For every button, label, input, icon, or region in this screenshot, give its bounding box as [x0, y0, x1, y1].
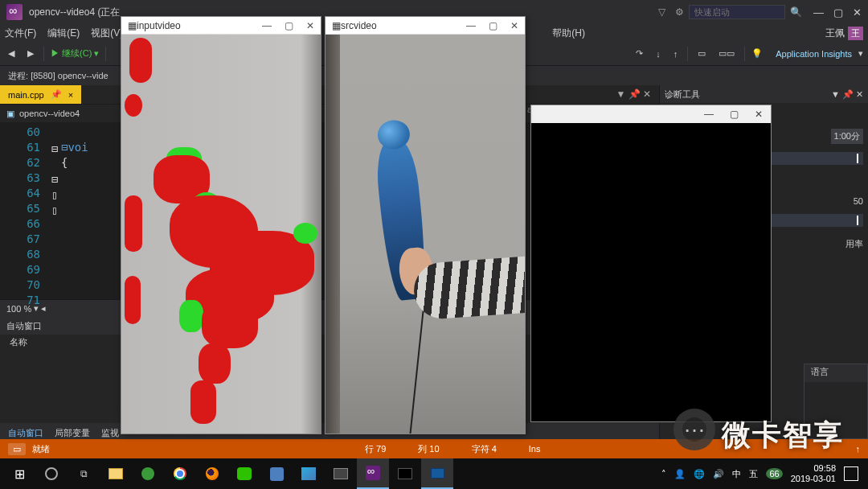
dropdown-icon[interactable]: ▾ [858, 48, 863, 59]
breakpoint-margin[interactable]: ⊟⊟▯▯ [48, 122, 61, 299]
crumb-text: opencv--video4 [19, 109, 80, 118]
pin-icon[interactable]: 📌 [51, 89, 62, 100]
wechat-app[interactable] [228, 458, 260, 489]
inputvideo-window[interactable]: ▦ inputvideo — ▢ ✕ [121, 16, 321, 434]
firefox-app[interactable] [196, 458, 228, 489]
code-area[interactable]: ⊟voi{ [61, 122, 88, 299]
maximize-button[interactable]: ▢ [489, 20, 497, 31]
launch-icon[interactable]: ⚙ [675, 6, 684, 18]
terminal-app[interactable] [325, 458, 357, 489]
lang-title: 语言 [805, 364, 867, 382]
maximize-button[interactable]: ▢ [730, 109, 739, 120]
system-tray: ˄ 👤 🌐 🔊 中 五 66 09:582019-03-01 [661, 463, 865, 484]
explorer-app[interactable] [100, 458, 132, 489]
status-ready: 就绪 [32, 443, 50, 455]
minimize-button[interactable]: — [466, 20, 476, 31]
process-label: 进程: [8, 70, 28, 82]
maximize-button[interactable]: ▢ [285, 20, 293, 31]
chrome-app[interactable] [164, 458, 196, 489]
vs-app[interactable] [357, 458, 389, 489]
col-name[interactable]: 名称 [10, 337, 27, 347]
lightbulb-icon[interactable]: 💡 [751, 48, 763, 59]
clock[interactable]: 09:582019-03-01 [791, 463, 836, 484]
menu-edit[interactable]: 编辑(E) [47, 27, 80, 40]
inputvideo-canvas [121, 35, 321, 434]
step-over-icon[interactable]: ↷ [633, 47, 646, 60]
window-title: inputvideo [137, 20, 181, 31]
user-name[interactable]: 王佩 [825, 27, 845, 40]
close-button[interactable]: ✕ [510, 20, 518, 31]
console-window[interactable]: — ▢ ✕ [530, 105, 772, 422]
taskview-button[interactable]: ⧉ [68, 458, 100, 489]
search-icon[interactable]: 🔍 [790, 6, 802, 18]
tray-up-icon[interactable]: ˄ [661, 469, 666, 479]
status-warn-icon[interactable]: ▭ [8, 443, 26, 455]
window-icon: ▦ [128, 20, 137, 31]
auto-window-label: 自动窗口 [6, 320, 42, 332]
fwd-icon[interactable]: ▶ [24, 47, 37, 60]
ime-zh[interactable]: 中 [732, 468, 741, 480]
camera-app[interactable] [389, 458, 421, 489]
tab-label: main.cpp [8, 90, 44, 100]
publish-icon[interactable]: ↑ [856, 444, 861, 454]
ime-method[interactable]: 五 [749, 468, 758, 480]
zoom-level[interactable]: 100 % [6, 304, 31, 314]
menu-view[interactable]: 视图(V) [91, 27, 123, 40]
watermark-text: 微卡智享 [722, 416, 844, 455]
menu-help[interactable]: 帮助(H) [552, 27, 585, 40]
srcvideo-window[interactable]: ▦ srcvideo — ▢ ✕ [325, 16, 526, 434]
step-out-icon[interactable]: ↑ [670, 47, 682, 60]
tab-close-icon[interactable]: × [68, 90, 73, 100]
maximize-button[interactable]: ▢ [833, 6, 843, 18]
quick-launch-input[interactable] [689, 5, 785, 19]
tab-auto[interactable]: 自动窗口 [8, 427, 43, 439]
zoom-dropdown-icon[interactable]: ▾ ◂ [31, 303, 46, 314]
tray-people-icon[interactable]: 👤 [674, 469, 686, 479]
layout-icon[interactable]: ▭ [694, 47, 709, 60]
notification-icon[interactable] [844, 466, 858, 481]
diag-time: 1:00分 [831, 129, 863, 144]
link-app[interactable] [293, 458, 325, 489]
status-char: 字符 4 [472, 443, 497, 455]
tab-locals[interactable]: 局部变量 [55, 427, 90, 439]
evernote-app[interactable] [132, 458, 164, 489]
close-button[interactable]: ✕ [853, 6, 862, 18]
app-insights-button[interactable]: Application Insights [776, 49, 852, 59]
opencv-app[interactable] [421, 458, 453, 489]
line-gutter: 606162 636465 666768 697071 [0, 122, 48, 299]
tab-watch[interactable]: 监视 [101, 427, 119, 439]
legend-value: 50 [854, 196, 863, 206]
srcvideo-canvas [326, 35, 525, 434]
project-icon: ▣ [6, 109, 14, 119]
watermark-icon [674, 409, 715, 450]
close-button[interactable]: ✕ [755, 109, 763, 120]
status-col: 列 10 [418, 443, 439, 455]
tab-main-cpp[interactable]: main.cpp 📌 × [0, 85, 81, 104]
continue-button[interactable]: ▶ 继续(C) ▾ [51, 47, 99, 60]
minimize-button[interactable]: — [704, 109, 714, 120]
pin-icon[interactable]: ▼ 📌 ✕ [831, 89, 863, 100]
status-mode: Ins [529, 444, 541, 454]
cortana-button[interactable] [35, 458, 68, 489]
notes-app[interactable] [260, 458, 293, 489]
flag-icon[interactable]: ▽ [658, 6, 665, 18]
taskbar: ⊞ ⧉ ˄ 👤 🌐 🔊 中 五 66 09:582019-03-01 [0, 458, 868, 489]
process-value: [8580] opencv--vide [31, 71, 108, 80]
app-title: opencv--video4 (正在 [29, 6, 120, 19]
back-icon[interactable]: ◀ [5, 47, 18, 60]
menu-file[interactable]: 文件(F) [5, 27, 36, 40]
tray-vol-icon[interactable]: 🔊 [713, 469, 724, 479]
start-button[interactable]: ⊞ [3, 458, 35, 489]
vs-logo-icon [6, 4, 23, 20]
layout2-icon[interactable]: ▭▭ [715, 47, 738, 60]
usage-label: 用率 [845, 239, 863, 249]
step-into-icon[interactable]: ↓ [653, 47, 664, 60]
user-avatar[interactable]: 王 [848, 27, 863, 40]
minimize-button[interactable]: — [813, 6, 824, 18]
window-title: srcvideo [341, 20, 377, 31]
minimize-button[interactable]: — [262, 20, 272, 31]
close-button[interactable]: ✕ [306, 20, 314, 31]
tray-net-icon[interactable]: 🌐 [694, 469, 705, 479]
tray-round-icon[interactable]: 66 [766, 468, 782, 479]
pin-icon[interactable]: ▼ 📌 ✕ [616, 88, 651, 100]
